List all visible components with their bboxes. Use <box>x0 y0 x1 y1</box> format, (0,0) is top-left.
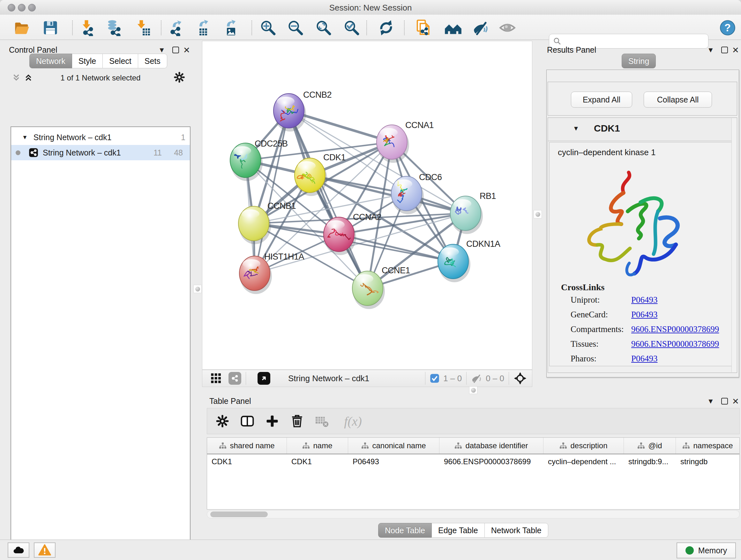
grid-view-icon[interactable] <box>211 373 221 384</box>
table-cell[interactable]: 9606.ENSP00000378699 <box>440 457 543 466</box>
crosslink-value-link[interactable]: P06493 <box>631 310 658 320</box>
column-header-shared-name[interactable]: shared name <box>207 438 287 454</box>
column-header-at-id[interactable]: @id <box>624 438 676 454</box>
network-node-CDC25B[interactable] <box>230 143 263 181</box>
table-cell[interactable]: stringdb:9... <box>624 457 676 466</box>
collapse-all-networks-icon[interactable] <box>11 73 21 84</box>
export-table-icon[interactable] <box>195 19 212 37</box>
table-cell[interactable]: P06493 <box>348 457 440 466</box>
collapse-all-button[interactable]: Collapse All <box>644 91 712 108</box>
first-neighbors-icon[interactable] <box>444 19 462 37</box>
table-panel-maximize-icon[interactable] <box>721 398 728 405</box>
vertical-splitter-handle[interactable] <box>534 210 542 219</box>
control-panel-maximize-icon[interactable] <box>172 47 179 53</box>
network-node-CCNA2[interactable] <box>324 217 356 255</box>
tab-node-table[interactable]: Node Table <box>378 523 432 538</box>
results-panel-maximize-icon[interactable] <box>721 47 728 53</box>
cloud-status-button[interactable] <box>8 543 29 558</box>
network-node-CDKN1A[interactable] <box>438 244 470 282</box>
column-header-namespace[interactable]: namespace <box>676 438 740 454</box>
network-share-view-icon[interactable] <box>228 372 241 385</box>
table-cell[interactable]: CDK1 <box>287 457 348 466</box>
network-view-title: String Network – cdk1 <box>288 374 369 383</box>
open-session-icon[interactable] <box>13 19 30 37</box>
help-icon[interactable]: ? <box>719 19 737 37</box>
window-title: Session: New Session <box>0 3 741 13</box>
memory-button[interactable]: Memory <box>677 543 736 558</box>
control-panel-close-icon[interactable]: ✕ <box>183 45 190 55</box>
results-scrollbar[interactable] <box>731 118 737 372</box>
scrollbar-thumb[interactable] <box>210 511 268 517</box>
network-collection-row[interactable]: ▼ String Network – cdk1 1 <box>11 130 190 145</box>
control-panel-splitter-handle[interactable] <box>193 285 202 293</box>
zoom-fit-icon[interactable] <box>315 19 333 37</box>
vertical-splitter[interactable] <box>532 41 542 387</box>
horizontal-splitter[interactable] <box>201 387 741 394</box>
selected-checkbox-icon[interactable] <box>430 374 440 383</box>
control-panel-float-icon[interactable]: ▼ <box>158 46 165 54</box>
column-header-name[interactable]: name <box>287 438 348 454</box>
collection-disclosure-icon[interactable]: ▼ <box>22 134 28 141</box>
table-panel-float-icon[interactable]: ▼ <box>707 397 714 406</box>
tab-sets[interactable]: Sets <box>138 54 167 68</box>
zoom-out-icon[interactable] <box>286 19 305 37</box>
import-network-database-icon[interactable] <box>105 19 123 37</box>
table-cell[interactable]: CDK1 <box>207 457 287 466</box>
expand-all-networks-icon[interactable] <box>23 73 33 84</box>
import-network-file-icon[interactable] <box>78 19 96 37</box>
tab-edge-table[interactable]: Edge Table <box>432 523 485 538</box>
hide-selected-icon[interactable] <box>472 19 489 37</box>
export-network-icon[interactable] <box>167 19 185 37</box>
column-header-description[interactable]: description <box>543 438 624 454</box>
show-column-icon[interactable] <box>239 413 256 429</box>
column-header-canonical-name[interactable]: canonical name <box>348 438 440 454</box>
export-image-icon[interactable] <box>222 19 240 37</box>
expand-all-button[interactable]: Expand All <box>571 91 632 108</box>
table-cell[interactable]: stringdb <box>676 457 740 466</box>
show-all-icon[interactable] <box>498 19 516 37</box>
tab-network-table[interactable]: Network Table <box>485 523 548 538</box>
import-table-icon[interactable] <box>133 19 151 37</box>
gene-section-header[interactable]: ▼ CDK1 <box>548 118 737 141</box>
clone-network-icon[interactable] <box>415 19 433 37</box>
tab-network[interactable]: Network <box>29 54 72 68</box>
horizontal-splitter-handle[interactable] <box>469 386 477 394</box>
table-panel-close-icon[interactable]: ✕ <box>732 396 739 407</box>
tab-select[interactable]: Select <box>103 54 138 68</box>
crosslink-value-link[interactable]: P06493 <box>631 354 658 364</box>
center-view-crosshair-icon[interactable] <box>514 372 527 385</box>
toolbar-separator <box>252 20 252 35</box>
zoom-in-icon[interactable] <box>259 19 277 37</box>
table-horizontal-scrollbar[interactable] <box>207 510 740 518</box>
results-panel-close-icon[interactable]: ✕ <box>732 45 739 55</box>
network-node-CCNA1[interactable] <box>377 125 409 163</box>
network-node-CCNE1[interactable] <box>352 271 385 309</box>
network-options-gear-icon[interactable] <box>173 71 186 85</box>
network-row-selected[interactable]: String Network – cdk1 11 48 <box>11 145 190 160</box>
node-label-CDKN1A: CDKN1A <box>466 239 500 249</box>
gene-disclosure-icon[interactable]: ▼ <box>573 125 579 132</box>
gene-description: cyclin–dependent kinase 1 <box>558 147 656 158</box>
column-header-database-identifier[interactable]: database identifier <box>440 438 543 454</box>
tab-style[interactable]: Style <box>72 54 103 68</box>
hidden-eye-icon[interactable] <box>471 373 482 384</box>
add-column-icon[interactable] <box>264 413 280 429</box>
crosslink-value-link[interactable]: 9606.ENSP00000378699 <box>631 324 719 334</box>
crosslink-value-link[interactable]: P06493 <box>631 295 658 305</box>
network-node-CCNB2[interactable] <box>273 94 306 132</box>
delete-column-icon[interactable] <box>289 413 306 429</box>
warning-status-button[interactable] <box>34 543 56 558</box>
table-row[interactable]: CDK1CDK1P064939606.ENSP00000378699cyclin… <box>207 454 739 469</box>
table-gear-icon[interactable] <box>214 413 231 429</box>
network-canvas[interactable]: CCNB2CCNA1CDC25BCDK1CDC6RB1CCNB1CCNA2CDK… <box>202 41 532 370</box>
tab-string[interactable]: String <box>622 54 656 68</box>
table-cell[interactable]: cyclin–dependent ... <box>543 457 624 466</box>
refresh-view-icon[interactable] <box>377 19 395 37</box>
results-panel-float-icon[interactable]: ▼ <box>707 46 714 54</box>
crosslink-value-link[interactable]: 9606.ENSP00000378699 <box>631 339 719 349</box>
save-session-icon[interactable] <box>42 19 59 37</box>
network-node-RB1[interactable] <box>450 196 483 234</box>
network-node-CDK1[interactable] <box>294 158 327 196</box>
birdseye-view-icon[interactable] <box>258 372 270 385</box>
zoom-selected-icon[interactable] <box>343 19 360 37</box>
